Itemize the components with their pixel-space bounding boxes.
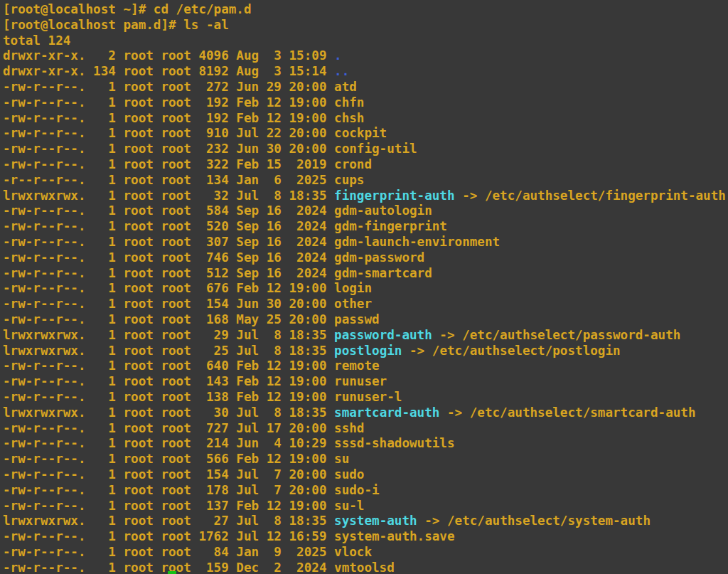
terminal-line: -rw-r--r--. 1 root root 154 Jul 7 20:00 … bbox=[3, 467, 728, 483]
terminal-line: -rw-r--r--. 1 root root 566 Feb 12 19:00… bbox=[3, 452, 728, 467]
terminal-line: -rw-r--r--. 1 root root 159 Dec 2 2024 v… bbox=[3, 560, 728, 574]
symlink-name: smartcard-auth bbox=[334, 405, 439, 420]
terminal-text: -rw-r--r--. 1 root root 192 Feb 12 19:00… bbox=[3, 111, 364, 125]
terminal-text: -rw-r--r--. 1 root root 143 Feb 12 19:00… bbox=[3, 374, 387, 388]
symlink-name: postlogin bbox=[334, 344, 402, 358]
terminal-text: -rw-r--r--. 1 root root 137 Feb 12 19:00… bbox=[3, 499, 364, 513]
terminal-window[interactable]: [root@localhost ~]# cd /etc/pam.d[root@l… bbox=[0, 0, 728, 574]
terminal-text: -rw-r--r--. 1 root root 322 Feb 15 2019 … bbox=[3, 157, 372, 171]
terminal-line: -rw-r--r--. 1 root root 727 Jul 17 20:00… bbox=[3, 421, 728, 437]
terminal-text: lrwxrwxrwx. 1 root root 30 Jul 8 18:35 bbox=[3, 405, 334, 420]
terminal-text: lrwxrwxrwx. 1 root root 27 Jul 8 18:35 bbox=[3, 514, 334, 528]
terminal-text: -rw-r--r--. 1 root root 566 Feb 12 19:00… bbox=[3, 452, 349, 466]
terminal-line: -rw-r--r--. 1 root root 746 Sep 16 2024 … bbox=[3, 250, 728, 266]
terminal-line: -rw-r--r--. 1 root root 584 Sep 16 2024 … bbox=[3, 203, 728, 219]
terminal-text: -rw-r--r--. 1 root root 746 Sep 16 2024 … bbox=[3, 250, 424, 265]
terminal-text: -rw-r--r--. 1 root root 1762 Jul 12 16:5… bbox=[3, 529, 455, 543]
terminal-line: [root@localhost ~]# cd /etc/pam.d bbox=[3, 2, 728, 18]
terminal-line: -rw-r--r--. 1 root root 272 Jun 29 20:00… bbox=[3, 80, 728, 95]
terminal-line: lrwxrwxrwx. 1 root root 25 Jul 8 18:35 p… bbox=[3, 344, 728, 359]
terminal-text: drwxr-xr-x. 2 root root 4096 Aug 3 15:09 bbox=[3, 48, 334, 63]
terminal-text: [root@localhost ~]# cd /etc/pam.d bbox=[3, 2, 252, 16]
terminal-line: -rw-r--r--. 1 root root 1762 Jul 12 16:5… bbox=[3, 529, 728, 545]
terminal-text: drwxr-xr-x. 134 root root 8192 Aug 3 15:… bbox=[3, 64, 334, 78]
terminal-line: -rw-r--r--. 1 root root 143 Feb 12 19:00… bbox=[3, 374, 728, 390]
terminal-text: -rw-r--r--. 1 root root 512 Sep 16 2024 … bbox=[3, 266, 432, 280]
terminal-line: lrwxrwxrwx. 1 root root 30 Jul 8 18:35 s… bbox=[3, 405, 728, 421]
terminal-text: -rw-r--r--. 1 root root 178 Jul 7 20:00 … bbox=[3, 483, 380, 497]
terminal-text: -rw-r--r--. 1 root root 232 Jun 30 20:00… bbox=[3, 142, 417, 156]
terminal-text: -rw-r--r--. 1 root root 640 Feb 12 19:00… bbox=[3, 358, 380, 373]
terminal-line: -rw-r--r--. 1 root root 137 Feb 12 19:00… bbox=[3, 499, 728, 514]
terminal-output: [root@localhost ~]# cd /etc/pam.d[root@l… bbox=[3, 2, 728, 574]
terminal-line: -r--r--r--. 1 root root 134 Jan 6 2025 c… bbox=[3, 173, 728, 188]
terminal-text: -rw-r--r--. 1 root root 84 Jan 9 2025 vl… bbox=[3, 545, 372, 559]
terminal-line: -rw-r--r--. 1 root root 520 Sep 16 2024 … bbox=[3, 219, 728, 235]
terminal-line: lrwxrwxrwx. 1 root root 32 Jul 8 18:35 f… bbox=[3, 188, 728, 204]
terminal-text: -> /etc/authselect/fingerprint-auth bbox=[455, 188, 726, 203]
terminal-text: -rw-r--r--. 1 root root 154 Jun 30 20:00… bbox=[3, 297, 372, 311]
terminal-text: lrwxrwxrwx. 1 root root 32 Jul 8 18:35 bbox=[3, 188, 334, 203]
terminal-text: -rw-r--r--. 1 root root 676 Feb 12 19:00… bbox=[3, 281, 372, 295]
terminal-line: drwxr-xr-x. 134 root root 8192 Aug 3 15:… bbox=[3, 64, 728, 80]
directory-name: . bbox=[334, 48, 342, 63]
terminal-text: -rw-r--r--. 1 root root 727 Jul 17 20:00… bbox=[3, 421, 364, 435]
terminal-text: -rw-r--r--. 1 root root 584 Sep 16 2024 … bbox=[3, 203, 432, 218]
symlink-name: system-auth bbox=[334, 514, 417, 528]
directory-name: .. bbox=[334, 64, 349, 78]
terminal-text: lrwxrwxrwx. 1 root root 29 Jul 8 18:35 bbox=[3, 328, 334, 342]
terminal-line: -rw-r--r--. 1 root root 214 Jun 4 10:29 … bbox=[3, 436, 728, 452]
terminal-text: -rw-r--r--. 1 root root 159 Dec 2 2024 v… bbox=[3, 560, 395, 574]
terminal-text: [root@localhost pam.d]# ls -al bbox=[3, 18, 229, 32]
terminal-line: -rw-r--r--. 1 root root 168 May 25 20:00… bbox=[3, 312, 728, 328]
terminal-text: -> /etc/authselect/smartcard-auth bbox=[439, 405, 695, 420]
symlink-name: password-auth bbox=[334, 328, 432, 342]
terminal-line: -rw-r--r--. 1 root root 512 Sep 16 2024 … bbox=[3, 266, 728, 282]
terminal-text: total 124 bbox=[3, 33, 70, 48]
terminal-line: -rw-r--r--. 1 root root 154 Jun 30 20:00… bbox=[3, 297, 728, 312]
terminal-text: -rw-r--r--. 1 root root 520 Sep 16 2024 … bbox=[3, 219, 447, 233]
terminal-line: -rw-r--r--. 1 root root 178 Jul 7 20:00 … bbox=[3, 483, 728, 499]
terminal-text: -r--r--r--. 1 root root 134 Jan 6 2025 c… bbox=[3, 173, 364, 187]
terminal-text: -rw-r--r--. 1 root root 307 Sep 16 2024 … bbox=[3, 235, 500, 249]
terminal-line: -rw-r--r--. 1 root root 232 Jun 30 20:00… bbox=[3, 142, 728, 157]
terminal-cursor bbox=[168, 571, 176, 574]
terminal-line: lrwxrwxrwx. 1 root root 29 Jul 8 18:35 p… bbox=[3, 328, 728, 344]
terminal-text: lrwxrwxrwx. 1 root root 25 Jul 8 18:35 bbox=[3, 344, 334, 358]
terminal-line: total 124 bbox=[3, 33, 728, 49]
terminal-line: -rw-r--r--. 1 root root 307 Sep 16 2024 … bbox=[3, 235, 728, 250]
terminal-text: -rw-r--r--. 1 root root 154 Jul 7 20:00 … bbox=[3, 467, 364, 482]
terminal-text: -rw-r--r--. 1 root root 138 Feb 12 19:00… bbox=[3, 390, 402, 404]
terminal-text: -rw-r--r--. 1 root root 168 May 25 20:00… bbox=[3, 312, 380, 326]
terminal-line: -rw-r--r--. 1 root root 138 Feb 12 19:00… bbox=[3, 390, 728, 405]
terminal-line: lrwxrwxrwx. 1 root root 27 Jul 8 18:35 s… bbox=[3, 514, 728, 529]
terminal-line: drwxr-xr-x. 2 root root 4096 Aug 3 15:09… bbox=[3, 48, 728, 64]
terminal-text: -rw-r--r--. 1 root root 214 Jun 4 10:29 … bbox=[3, 436, 455, 450]
terminal-line: -rw-r--r--. 1 root root 322 Feb 15 2019 … bbox=[3, 157, 728, 173]
terminal-text: -rw-r--r--. 1 root root 272 Jun 29 20:00… bbox=[3, 80, 357, 94]
terminal-text: -> /etc/authselect/postlogin bbox=[402, 344, 620, 358]
terminal-line: -rw-r--r--. 1 root root 640 Feb 12 19:00… bbox=[3, 358, 728, 374]
terminal-line: -rw-r--r--. 1 root root 910 Jul 22 20:00… bbox=[3, 126, 728, 142]
terminal-text: -> /etc/authselect/system-auth bbox=[417, 514, 651, 528]
symlink-name: fingerprint-auth bbox=[334, 188, 454, 203]
terminal-line: -rw-r--r--. 1 root root 192 Feb 12 19:00… bbox=[3, 111, 728, 127]
terminal-line: -rw-r--r--. 1 root root 192 Feb 12 19:00… bbox=[3, 95, 728, 111]
terminal-line: -rw-r--r--. 1 root root 676 Feb 12 19:00… bbox=[3, 281, 728, 297]
terminal-text: -> /etc/authselect/password-auth bbox=[432, 328, 681, 342]
terminal-line: -rw-r--r--. 1 root root 84 Jan 9 2025 vl… bbox=[3, 545, 728, 560]
terminal-line: [root@localhost pam.d]# ls -al bbox=[3, 18, 728, 33]
terminal-text: -rw-r--r--. 1 root root 910 Jul 22 20:00… bbox=[3, 126, 387, 140]
terminal-text: -rw-r--r--. 1 root root 192 Feb 12 19:00… bbox=[3, 95, 364, 110]
